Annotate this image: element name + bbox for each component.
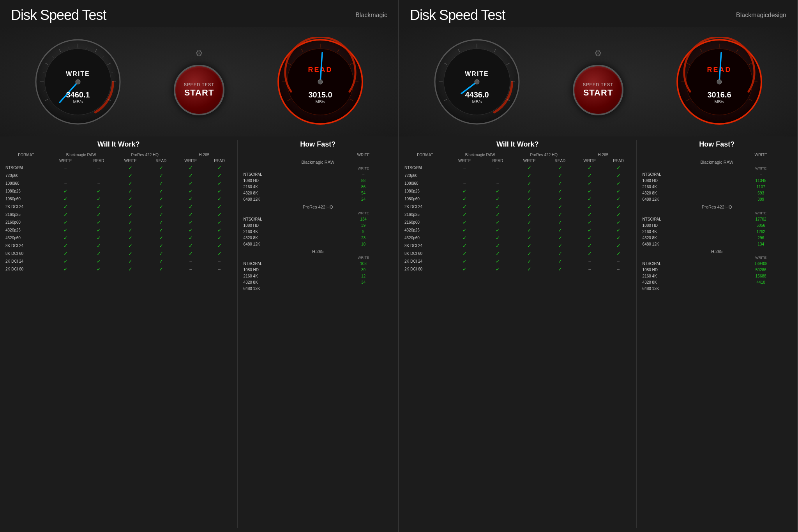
start-label-speed-left: SPEED TEST [184,82,214,87]
list-item: 4320 8K 23 [242,235,394,240]
read-gauge-left: READ 3015.0 MB/s [275,37,365,127]
center-controls-right: ⚙ SPEED TEST START [573,48,623,115]
table-row: 2K DCI 24 ✓ ✓ ✓ ✓ – – [5,258,233,265]
panel-left: Disk Speed Test Blackmagic [0,0,399,532]
svg-text:WRITE: WRITE [66,71,90,77]
list-item: 2160 4K 9 [242,229,394,234]
header-right: Disk Speed Test Blackmagicdesign [399,0,797,27]
list-item: 2160 4K 12 [242,274,394,279]
table-row: 720p60 – – ✓ ✓ ✓ ✓ [5,172,233,179]
table-row: 2160p60 ✓ ✓ ✓ ✓ ✓ ✓ [5,219,233,226]
fast-table-right: WRITE Blackmagic RAW WRITE NTSC/PAL – 10… [641,152,793,292]
list-item: 2160 4K 15688 [641,274,793,279]
table-row: 2K DCI 24 ✓ ✓ ✓ ✓ ✓ ✓ [404,203,632,210]
list-item: 1080 HD 50286 [641,267,793,273]
list-item: 4320 8K 296 [641,235,793,240]
svg-text:MB/s: MB/s [73,99,83,104]
codec-table-right: FORMAT Blackmagic RAW ProRes 422 HQ H.26… [403,152,632,273]
center-controls-left: ⚙ SPEED TEST START [174,48,224,115]
will-it-work-right: Will It Work? FORMAT Blackmagic RAW ProR… [399,140,636,528]
list-item: NTSC/PAL 17702 [641,216,793,222]
start-button-right[interactable]: SPEED TEST START [573,65,623,115]
table-row: 4320p60 ✓ ✓ ✓ ✓ ✓ ✓ [404,234,632,241]
will-it-work-title-right: Will It Work? [403,140,632,148]
header-left: Disk Speed Test Blackmagic [0,0,398,27]
svg-point-29 [318,80,323,84]
data-section-left: Will It Work? FORMAT Blackmagic RAW ProR… [0,136,398,532]
fast-table-section-header: H.265 [641,247,793,255]
list-item: 4320 8K 34 [242,280,394,285]
svg-point-62 [717,80,722,84]
table-row: 8K DCI 24 ✓ ✓ ✓ ✓ ✓ ✓ [404,242,632,249]
write-gauge-svg-left: WRITE 3460.1 MB/s [33,37,123,127]
list-item: 1080 HD 5056 [641,223,793,228]
col-header-bm: Blackmagic RAW [48,152,114,157]
svg-text:WRITE: WRITE [465,71,489,77]
list-item: 4320 8K 54 [242,191,394,196]
table-row: 2160p25 ✓ ✓ ✓ ✓ ✓ ✓ [5,211,233,218]
list-item: NTSC/PAL 139408 [641,261,793,267]
svg-text:MB/s: MB/s [315,99,325,104]
data-section-right: Will It Work? FORMAT Blackmagic RAW ProR… [399,136,797,532]
write-gauge-svg-right: WRITE 4436.0 MB/s [432,37,522,127]
list-item: 2160 4K 1107 [641,184,793,190]
how-fast-title-right: How Fast? [641,140,793,148]
write-gauge-left: WRITE 3460.1 MB/s [33,37,123,127]
list-item: NTSC/PAL 108 [242,261,394,267]
gear-icon-right[interactable]: ⚙ [594,48,602,58]
table-row: 2K DCI 60 ✓ ✓ ✓ ✓ – – [5,265,233,272]
list-item: 2160 4K 86 [242,184,394,190]
will-it-work-left: Will It Work? FORMAT Blackmagic RAW ProR… [0,140,237,528]
svg-text:4436.0: 4436.0 [465,90,489,99]
table-row: NTSC/PAL – – ✓ ✓ ✓ ✓ [404,164,632,171]
table-row: 1080p60 ✓ ✓ ✓ ✓ ✓ ✓ [404,195,632,202]
how-fast-title-left: How Fast? [242,140,394,148]
svg-text:3015.0: 3015.0 [308,90,332,99]
table-row: 4320p25 ✓ ✓ ✓ ✓ ✓ ✓ [404,226,632,233]
fast-table-left: WRITE Blackmagic RAW WRITE NTSC/PAL – 10… [242,152,394,292]
brand-right: Blackmagicdesign [736,12,786,19]
list-item: 6480 12K 134 [641,241,793,247]
table-row: 1080i60 – – ✓ ✓ ✓ ✓ [5,180,233,187]
fast-table-section-header: Blackmagic RAW [242,158,394,165]
list-item: NTSC/PAL – [641,172,793,177]
col-header-p422: ProRes 422 HQ [115,152,175,157]
table-row: 2160p60 ✓ ✓ ✓ ✓ ✓ ✓ [404,219,632,226]
list-item: 6480 12K 10 [242,241,394,247]
svg-text:MB/s: MB/s [472,99,482,104]
gear-icon-left[interactable]: ⚙ [195,48,203,58]
app-title-left: Disk Speed Test [11,7,106,23]
read-gauge-svg-right: READ 3016.6 MB/s [674,37,764,127]
start-label-speed-right: SPEED TEST [583,82,613,87]
list-item: NTSC/PAL 134 [242,216,394,222]
table-row: 2K DCI 24 ✓ ✓ ✓ ✓ ✓ ✓ [5,203,233,210]
list-item: 2160 4K 1262 [641,229,793,234]
list-item: 1080 HD 11345 [641,178,793,184]
fast-table-section-header: ProRes 422 HQ [242,203,394,210]
write-gauge-right: WRITE 4436.0 MB/s [432,37,522,127]
svg-text:MB/s: MB/s [714,99,724,104]
start-label-start-right: START [583,88,613,98]
svg-point-4 [76,80,80,84]
table-row: 2K DCI 60 ✓ ✓ ✓ ✓ – – [404,265,632,272]
table-row: 8K DCI 24 ✓ ✓ ✓ ✓ ✓ ✓ [5,242,233,249]
svg-text:3016.6: 3016.6 [707,90,731,99]
list-item: 1080 HD 39 [242,223,394,228]
table-row: 1080p25 ✓ ✓ ✓ ✓ ✓ ✓ [404,187,632,194]
gauges-right: WRITE 4436.0 MB/s [399,27,797,136]
panel-right: Disk Speed Test Blackmagicdesign WRITE [399,0,798,532]
how-fast-left: How Fast? WRITE Blackmagic RAW WRITE NTS… [237,140,398,528]
list-item: 1080 HD 39 [242,267,394,273]
gauges-left: WRITE 3460.1 MB/s [0,27,398,136]
list-item: NTSC/PAL – [242,172,394,177]
list-item: 4320 8K 4410 [641,280,793,285]
fast-table-section-header: Blackmagic RAW [641,158,793,165]
read-gauge-svg-left: READ 3015.0 MB/s [275,37,365,127]
start-label-start-left: START [184,88,214,98]
col-header-format: FORMAT [5,152,48,157]
table-row: 4320p25 ✓ ✓ ✓ ✓ ✓ ✓ [5,226,233,233]
list-item: 6480 12K 309 [641,197,793,202]
table-row: 720p60 – – ✓ ✓ ✓ ✓ [404,172,632,179]
how-fast-right: How Fast? WRITE Blackmagic RAW WRITE NTS… [636,140,797,528]
start-button-left[interactable]: SPEED TEST START [174,65,224,115]
